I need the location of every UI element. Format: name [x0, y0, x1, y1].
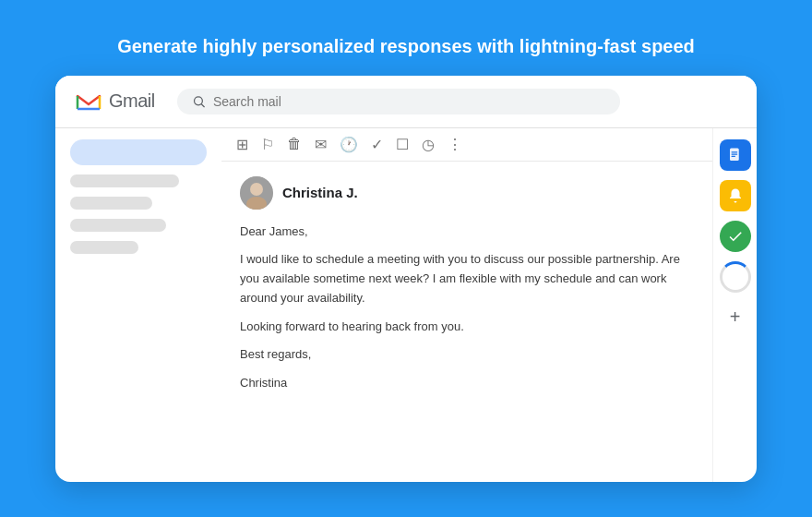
- side-icon-loading[interactable]: [720, 261, 751, 293]
- toolbar-task-icon[interactable]: ✓: [371, 136, 383, 153]
- sidebar-item-4: [70, 241, 138, 254]
- sidebar-item-3: [70, 219, 166, 232]
- sender-avatar: [240, 176, 273, 210]
- svg-point-1: [194, 96, 202, 104]
- toolbar-report-icon[interactable]: ⚐: [261, 136, 274, 153]
- gmail-logo: Gmail: [74, 87, 155, 116]
- gmail-email-panel: ⊞ ⚐ 🗑 ✉ 🕐 ✓ ☐ ◷ ⋮: [221, 128, 712, 482]
- toolbar-email-icon[interactable]: ✉: [315, 136, 327, 153]
- search-bar[interactable]: [177, 89, 620, 114]
- email-sender-row: Christina J.: [240, 176, 694, 210]
- side-icon-check-btn[interactable]: [720, 221, 751, 252]
- sidebar-item-2: [70, 197, 152, 210]
- toolbar-more-icon[interactable]: ⋮: [448, 136, 462, 153]
- check-icon: [727, 228, 744, 245]
- email-body-paragraph1: I would like to schedule a meeting with …: [240, 250, 694, 307]
- side-icon-notification-btn[interactable]: [720, 180, 751, 211]
- email-body-paragraph3: Best regards,: [240, 345, 694, 365]
- sidebar-item-active[interactable]: [70, 139, 207, 165]
- toolbar-attach-icon[interactable]: ☐: [396, 136, 409, 153]
- gmail-logo-text: Gmail: [109, 90, 155, 112]
- page-title: Generate highly personalized responses w…: [117, 36, 695, 57]
- svg-line-2: [201, 103, 204, 106]
- gmail-body: ⊞ ⚐ 🗑 ✉ 🕐 ✓ ☐ ◷ ⋮: [55, 128, 757, 482]
- email-signature: Christina: [240, 374, 694, 393]
- gmail-m-icon: [74, 87, 103, 116]
- sender-name: Christina J.: [282, 185, 358, 200]
- gmail-window: Gmail ⊞ ⚐ 🗑 ✉ 🕐 ✓: [55, 76, 757, 482]
- plus-icon: +: [730, 307, 741, 328]
- search-icon: [192, 94, 206, 109]
- sidebar-item-1: [70, 174, 179, 187]
- gmail-side-icons: +: [712, 128, 757, 482]
- gmail-topbar: Gmail: [55, 76, 757, 128]
- svg-point-4: [250, 183, 263, 196]
- email-toolbar: ⊞ ⚐ 🗑 ✉ 🕐 ✓ ☐ ◷ ⋮: [221, 128, 712, 162]
- avatar-image: [240, 176, 273, 210]
- gmail-sidebar: [55, 128, 221, 482]
- notification-icon: [727, 187, 744, 204]
- toolbar-archive-icon[interactable]: ⊞: [236, 136, 248, 153]
- svg-rect-9: [731, 155, 735, 156]
- email-greeting: Dear James,: [240, 222, 694, 242]
- side-icon-add-btn[interactable]: +: [720, 302, 751, 333]
- email-body: Dear James, I would like to schedule a m…: [240, 222, 694, 394]
- toolbar-delete-icon[interactable]: 🗑: [287, 136, 302, 152]
- email-content: Christina J. Dear James, I would like to…: [221, 162, 712, 482]
- email-body-paragraph2: Looking forward to hearing back from you…: [240, 318, 694, 337]
- search-input[interactable]: [213, 94, 605, 109]
- side-icon-document-btn[interactable]: [720, 139, 751, 171]
- toolbar-snooze-icon[interactable]: 🕐: [340, 136, 358, 153]
- toolbar-label-icon[interactable]: ◷: [422, 136, 435, 153]
- svg-rect-7: [731, 151, 737, 152]
- svg-rect-8: [731, 153, 737, 154]
- document-icon: [727, 147, 744, 163]
